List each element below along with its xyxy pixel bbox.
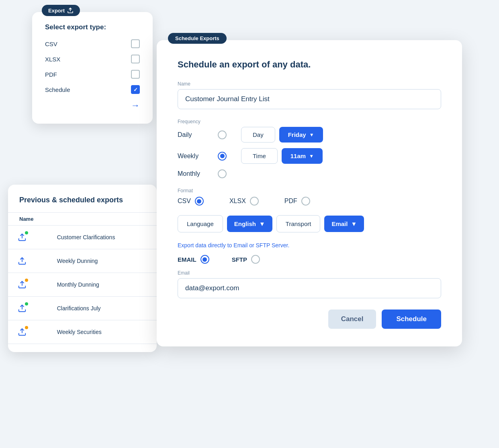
format-row: CSV XLSX PDF: [178, 197, 441, 206]
sftp-delivery-option[interactable]: SFTP: [232, 255, 266, 264]
csv-checkbox[interactable]: [131, 39, 140, 48]
row-icon-1: [16, 231, 28, 243]
pdf-label: PDF: [45, 71, 57, 78]
prev-exports-card: Previous & scheduled exports Name Custom…: [8, 185, 157, 352]
export-icon: [67, 7, 74, 14]
transport-info: Export data directly to Email or SFTP Se…: [178, 242, 441, 248]
schedule-button[interactable]: Schedule: [382, 310, 441, 329]
row-icon-4: [16, 302, 28, 314]
email-field-label: Email: [178, 270, 441, 276]
chevron-down-icon: ▼: [351, 220, 357, 227]
time-value: 11am: [290, 153, 306, 159]
format-pdf[interactable]: PDF: [284, 197, 317, 206]
upload-icon: [18, 328, 27, 336]
frequency-section: Frequency Daily Day Friday ▼ Weekly Time…: [178, 119, 441, 178]
daily-controls: Day Friday ▼: [241, 127, 323, 143]
row-name-2: Weekly Dunning: [49, 249, 157, 273]
upload-icon: [18, 280, 27, 289]
export-option-xlsx[interactable]: XLSX: [45, 55, 140, 63]
table-row[interactable]: Weekly Dunning: [8, 249, 157, 273]
frequency-weekly-row: Weekly Time 11am ▼: [178, 148, 441, 164]
time-dropdown[interactable]: 11am ▼: [282, 148, 323, 164]
transport-value: Email: [331, 220, 348, 227]
monthly-radio[interactable]: [218, 169, 227, 178]
schedule-label: Schedule: [45, 86, 70, 93]
status-dot-green: [25, 302, 28, 305]
name-input[interactable]: [178, 89, 441, 109]
row-icon-3: [16, 279, 28, 291]
table-row[interactable]: Customer Clarifications: [8, 226, 157, 249]
frequency-daily-row: Daily Day Friday ▼: [178, 127, 441, 143]
pdf-radio[interactable]: [301, 197, 310, 206]
chevron-down-icon: ▼: [309, 153, 314, 159]
export-type-card: Export Select export type: CSV XLSX PDF …: [32, 12, 153, 124]
export-type-title: Select export type:: [45, 23, 140, 31]
xlsx-format-label: XLSX: [229, 198, 246, 205]
frequency-monthly-row: Monthly: [178, 169, 441, 178]
prev-exports-title: Previous & scheduled exports: [8, 196, 157, 212]
format-section: Format CSV XLSX PDF: [178, 188, 441, 206]
transport-label: Transport: [276, 215, 321, 232]
sftp-radio[interactable]: [251, 255, 260, 264]
sftp-delivery-label: SFTP: [232, 256, 247, 263]
friday-value: Friday: [288, 131, 306, 138]
export-option-csv[interactable]: CSV: [45, 39, 140, 48]
row-name-4: Clarifications July: [49, 297, 157, 320]
row-name-3: Monthly Dunning: [49, 273, 157, 297]
friday-dropdown[interactable]: Friday ▼: [279, 127, 323, 143]
frequency-label: Frequency: [178, 119, 441, 124]
row-icon-2: [16, 255, 28, 267]
table-row[interactable]: Clarifications July: [8, 297, 157, 320]
email-input[interactable]: [178, 278, 441, 298]
transport-dropdown[interactable]: Email ▼: [324, 216, 364, 232]
export-badge-label: Export: [48, 8, 65, 14]
row-name-5: Weekly Securities: [49, 320, 157, 344]
prev-exports-table: Name Customer Clarifications: [8, 212, 157, 344]
language-dropdown[interactable]: English ▼: [227, 216, 272, 232]
upload-icon: [18, 233, 27, 242]
daily-radio[interactable]: [218, 130, 227, 139]
action-row: Cancel Schedule: [178, 310, 441, 329]
day-button[interactable]: Day: [241, 127, 275, 143]
xlsx-checkbox[interactable]: [131, 55, 140, 63]
email-delivery-label: EMAIL: [178, 256, 196, 263]
export-option-pdf[interactable]: PDF: [45, 70, 140, 79]
weekly-radio[interactable]: [218, 152, 227, 161]
format-xlsx[interactable]: XLSX: [229, 197, 265, 206]
row-name-1: Customer Clarifications: [49, 226, 157, 249]
lang-transport-row: Language English ▼ Transport Email ▼: [178, 215, 441, 232]
status-dot-green: [25, 231, 28, 234]
csv-format-label: CSV: [178, 198, 191, 205]
pdf-checkbox[interactable]: [131, 70, 140, 79]
xlsx-label: XLSX: [45, 56, 60, 63]
csv-label: CSV: [45, 41, 57, 47]
email-radio[interactable]: [200, 255, 209, 264]
schedule-checkbox[interactable]: [131, 85, 140, 94]
status-dot-orange: [25, 279, 28, 282]
export-option-schedule[interactable]: Schedule: [45, 85, 140, 94]
language-label: Language: [178, 215, 223, 232]
table-row[interactable]: Monthly Dunning: [8, 273, 157, 297]
schedule-exports-card: Schedule Exports Schedule an export of a…: [157, 40, 462, 346]
upload-icon: [18, 304, 27, 313]
schedule-exports-badge: Schedule Exports: [168, 33, 227, 44]
table-row[interactable]: Weekly Securities: [8, 320, 157, 344]
format-csv[interactable]: CSV: [178, 197, 210, 206]
chevron-down-icon: ▼: [259, 220, 265, 227]
upload-icon: [18, 257, 27, 265]
csv-radio[interactable]: [195, 197, 204, 206]
weekly-controls: Time 11am ▼: [241, 148, 323, 164]
weekly-label: Weekly: [178, 153, 218, 160]
pdf-format-label: PDF: [284, 198, 297, 205]
language-value: English: [234, 220, 256, 227]
export-badge: Export: [42, 5, 80, 16]
cancel-button[interactable]: Cancel: [328, 310, 376, 329]
time-button[interactable]: Time: [241, 148, 278, 164]
xlsx-radio[interactable]: [250, 197, 259, 206]
daily-label: Daily: [178, 131, 218, 138]
table-name-header: Name: [8, 213, 157, 226]
delivery-row: EMAIL SFTP: [178, 255, 441, 264]
monthly-label: Monthly: [178, 170, 218, 177]
email-delivery-option[interactable]: EMAIL: [178, 255, 216, 264]
chevron-down-icon: ▼: [309, 132, 314, 138]
